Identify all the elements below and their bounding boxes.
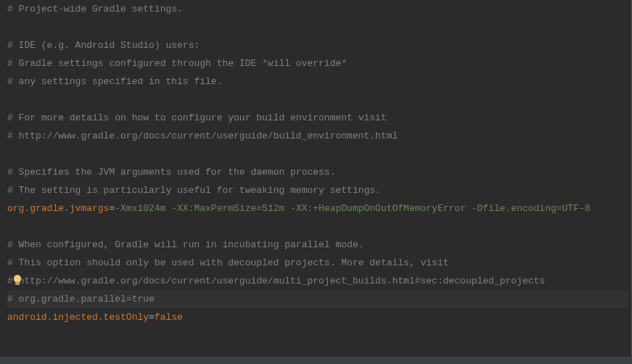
property-key: org.gradle.jvmargs [7, 203, 109, 214]
horizontal-scrollbar[interactable] [0, 357, 632, 364]
code-line[interactable]: android.injected.testOnly=false [7, 308, 628, 326]
comment-text: # When configured, Gradle will run in in… [7, 239, 364, 250]
code-editor[interactable]: # Project-wide Gradle settings. # IDE (e… [0, 0, 632, 364]
comment-text: # http://www.gradle.org/docs/current/use… [7, 276, 545, 286]
property-key: android.injected.testOnly [7, 312, 149, 323]
code-line[interactable]: # http://www.gradle.org/docs/current/use… [7, 127, 628, 145]
comment-text: # IDE (e.g. Android Studio) users: [7, 40, 200, 51]
lightbulb-icon[interactable] [12, 275, 22, 286]
property-value: -Xmx1024m -XX:MaxPermSize=512m -XX:+Heap… [115, 203, 590, 214]
code-line[interactable]: # When configured, Gradle will run in in… [7, 236, 628, 254]
code-line[interactable]: # IDE (e.g. Android Studio) users: [7, 36, 628, 54]
comment-text: # Specifies the JVM arguments used for t… [7, 167, 335, 178]
code-line[interactable] [7, 145, 628, 163]
code-line[interactable]: # For more details on how to configure y… [7, 109, 628, 127]
code-line[interactable]: # Gradle settings configured through the… [7, 54, 628, 73]
comment-text: # org.gradle.parallel=true [7, 294, 155, 305]
code-line[interactable] [7, 91, 628, 109]
code-line[interactable]: # This option should only be used with d… [7, 254, 628, 272]
code-line[interactable] [7, 18, 628, 36]
comment-text: # Project-wide Gradle settings. [7, 4, 183, 15]
code-line[interactable]: # The setting is particularly useful for… [7, 181, 628, 199]
code-content[interactable]: # Project-wide Gradle settings. # IDE (e… [4, 0, 631, 364]
comment-text: # The setting is particularly useful for… [7, 185, 381, 196]
comment-text: # For more details on how to configure y… [7, 112, 387, 123]
comment-text: # http://www.gradle.org/docs/current/use… [7, 131, 398, 141]
comment-text: # This option should only be used with d… [7, 257, 449, 268]
code-line[interactable]: # http://www.gradle.org/docs/current/use… [7, 272, 628, 290]
comment-text: # Gradle settings configured through the… [7, 58, 347, 69]
code-line[interactable]: # Specifies the JVM arguments used for t… [7, 163, 628, 181]
code-line[interactable]: org.gradle.jvmargs=-Xmx1024m -XX:MaxPerm… [7, 199, 628, 218]
code-line[interactable]: # org.gradle.parallel=true [7, 290, 628, 308]
code-line[interactable]: # Project-wide Gradle settings. [7, 0, 628, 18]
code-line[interactable]: # any settings specified in this file. [7, 73, 628, 91]
comment-text: # any settings specified in this file. [7, 76, 222, 87]
equals-sign: = [149, 312, 155, 323]
code-line[interactable] [7, 218, 628, 236]
property-value: false [155, 312, 183, 323]
